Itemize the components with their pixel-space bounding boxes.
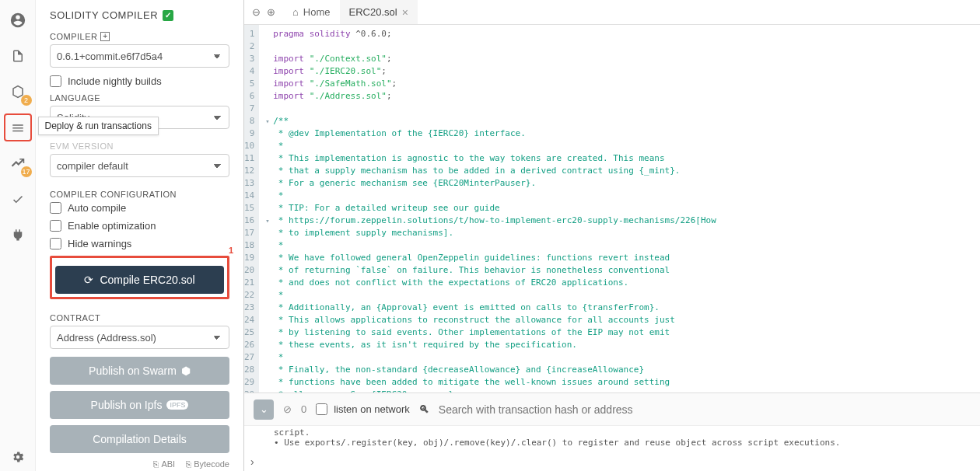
zoom-out-icon[interactable]: ⊖: [252, 6, 261, 18]
swarm-icon: ⬢: [181, 365, 191, 377]
compile-button[interactable]: ⟳ Compile ERC20.sol: [55, 266, 224, 294]
clear-icon[interactable]: ⊘: [283, 403, 292, 415]
compiler-icon[interactable]: 2: [4, 78, 32, 106]
terminal-line: • Use exports/.register(key, obj)/.remov…: [274, 438, 969, 448]
terminal-toolbar: ⌄ ⊘ 0 listen on network 🔍︎: [244, 393, 980, 426]
contract-label: CONTRACT: [50, 313, 229, 323]
autocompile-checkbox[interactable]: Auto compile: [50, 202, 229, 214]
optimize-checkbox[interactable]: Enable optimization: [50, 220, 229, 232]
language-label: LANGUAGE: [50, 93, 229, 103]
panel-status-icon: ✓: [163, 10, 173, 21]
left-iconbar: 2 Deploy & run transactions 17: [0, 0, 36, 471]
editor-tabbar: ⊖ ⊕ ⌂ Home ERC20.sol ×: [244, 0, 980, 25]
terminal-prompt[interactable]: ›: [244, 452, 980, 471]
analysis-badge: 17: [21, 166, 32, 177]
annotation-1: 1: [229, 246, 233, 255]
remix-logo-icon[interactable]: [4, 6, 32, 34]
testing-icon[interactable]: [4, 185, 32, 213]
bytecode-link[interactable]: ⎘ Bytecode: [186, 459, 229, 469]
pending-count: 0: [301, 403, 306, 415]
close-tab-icon[interactable]: ×: [402, 6, 408, 19]
settings-icon[interactable]: [4, 443, 32, 471]
refresh-icon: ⟳: [84, 274, 93, 286]
compiler-select[interactable]: 0.6.1+commit.e6f7d5a4: [50, 44, 229, 68]
compiler-label: COMPILER +: [50, 32, 229, 41]
contract-select[interactable]: Address (Address.sol): [50, 326, 229, 349]
panel-title: SOLIDITY COMPILER ✓: [50, 9, 229, 21]
code-body[interactable]: pragma solidity ^0.6.0; import "./Contex…: [259, 25, 980, 392]
terminal: ⌄ ⊘ 0 listen on network 🔍︎ script. • Use…: [244, 392, 980, 471]
deploy-tooltip: Deploy & run transactions: [38, 117, 159, 135]
evm-label: EVM VERSION: [50, 141, 229, 151]
line-gutter: 1234567891011121314151617181920212223242…: [244, 25, 259, 392]
terminal-search-input[interactable]: [439, 403, 750, 416]
terminal-output: script. • Use exports/.register(key, obj…: [244, 426, 980, 452]
listen-checkbox[interactable]: listen on network: [316, 403, 410, 415]
publish-swarm-button[interactable]: Publish on Swarm ⬢: [50, 357, 229, 385]
home-tab[interactable]: ⌂ Home: [283, 0, 340, 24]
main-area: ⊖ ⊕ ⌂ Home ERC20.sol × 12345678910111213…: [244, 0, 980, 471]
compiler-panel: SOLIDITY COMPILER ✓ COMPILER + 0.6.1+com…: [36, 0, 244, 471]
nightly-checkbox[interactable]: Include nightly builds: [50, 75, 229, 87]
compiler-badge: 2: [21, 95, 32, 106]
zoom-in-icon[interactable]: ⊕: [267, 6, 275, 18]
terminal-toggle-icon[interactable]: ⌄: [254, 399, 274, 420]
terminal-line: script.: [274, 427, 969, 438]
file-tab[interactable]: ERC20.sol ×: [340, 0, 418, 24]
code-editor[interactable]: 1234567891011121314151617181920212223242…: [244, 25, 980, 392]
analysis-icon[interactable]: 17: [4, 149, 32, 177]
config-label: COMPILER CONFIGURATION: [50, 190, 229, 199]
abi-link[interactable]: ⎘ ABI: [153, 459, 175, 469]
file-explorer-icon[interactable]: [4, 42, 32, 70]
compile-highlight: 1 ⟳ Compile ERC20.sol: [50, 256, 229, 299]
add-compiler-icon[interactable]: +: [100, 32, 110, 41]
compilation-details-button[interactable]: Compilation Details: [50, 425, 229, 453]
search-icon[interactable]: 🔍︎: [419, 403, 429, 415]
home-icon: ⌂: [292, 6, 299, 18]
evm-select[interactable]: compiler default: [50, 154, 229, 177]
ipfs-icon: IPFS: [166, 400, 188, 410]
plugin-icon[interactable]: [4, 221, 32, 249]
publish-ipfs-button[interactable]: Publish on Ipfs IPFS: [50, 391, 229, 419]
deploy-icon[interactable]: Deploy & run transactions: [4, 113, 32, 141]
hidewarn-checkbox[interactable]: Hide warnings: [50, 238, 229, 249]
